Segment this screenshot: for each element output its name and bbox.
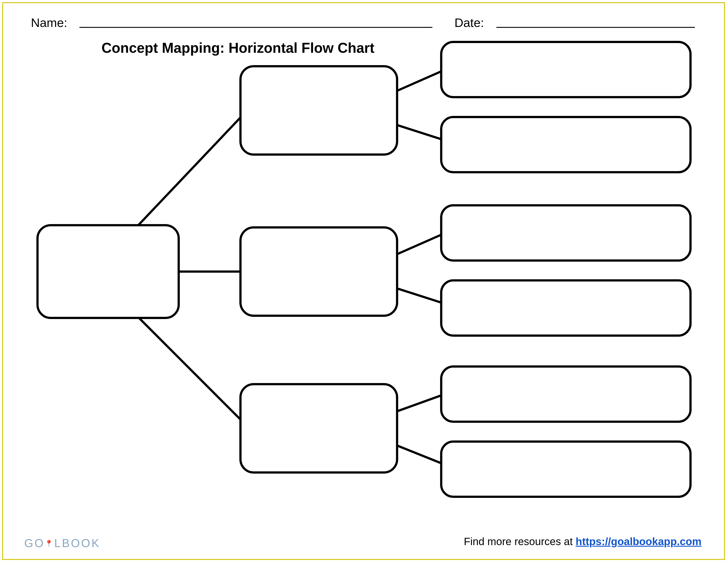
logo-part-1: GO [24,537,45,550]
connector-mid1-leaf2 [393,124,448,141]
connector-root-mid1 [126,108,249,238]
pin-icon: 📍 [45,540,54,547]
leaf-node-5[interactable] [441,367,690,422]
leaf-node-4[interactable] [441,280,690,336]
footer-resources: Find more resources at https://goalbooka… [464,535,702,548]
logo-part-2: LBOOK [54,537,100,550]
mid-node-3[interactable] [240,384,397,473]
mid-node-2[interactable] [240,227,397,316]
footer-resources-label: Find more resources at [464,536,576,547]
connector-mid2-leaf4 [393,287,448,305]
connector-root-mid3 [126,305,249,428]
leaf-node-2[interactable] [441,117,690,172]
connector-mid1-leaf1 [393,68,448,93]
connector-mid3-leaf5 [393,393,448,413]
goalbook-logo: GO📍LBOOK [24,537,100,550]
leaf-node-6[interactable] [441,442,690,497]
connector-mid2-leaf3 [393,232,448,256]
footer-resources-link[interactable]: https://goalbookapp.com [576,536,702,547]
leaf-node-3[interactable] [441,205,690,260]
mid-node-1[interactable] [240,66,397,154]
root-node[interactable] [38,225,179,318]
flow-chart-diagram [0,0,728,563]
leaf-node-1[interactable] [441,42,690,97]
connector-mid3-leaf6 [393,444,448,466]
